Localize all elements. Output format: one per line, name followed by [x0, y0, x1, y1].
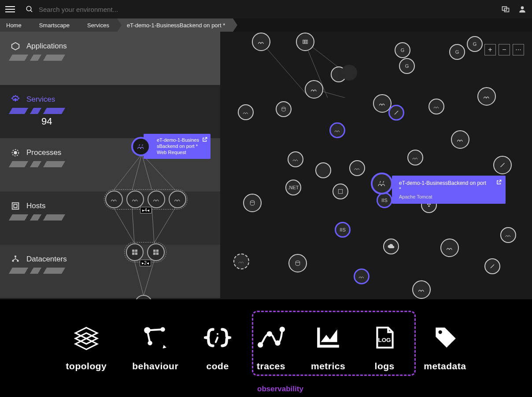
node-tooltip: eT-demo-1-BusinessBackend on port * Apac…: [392, 176, 506, 204]
svg-rect-77: [338, 189, 342, 193]
breadcrumb-smartscape[interactable]: Smartscape: [30, 18, 78, 32]
svg-rect-28: [153, 250, 155, 252]
graph-node[interactable]: [388, 105, 404, 121]
selected-service-chip[interactable]: eT-demo-1-Busines sBackend on port * Web…: [131, 134, 211, 159]
zoom-out-button[interactable]: −: [499, 44, 510, 55]
graph-node[interactable]: [383, 239, 399, 254]
host-node[interactable]: [126, 243, 144, 261]
code-icon: [204, 325, 231, 350]
graph-node[interactable]: [243, 194, 262, 212]
services-count: 94: [41, 116, 63, 127]
hosts-group[interactable]: ▸2◂: [124, 242, 166, 262]
svg-point-0: [26, 6, 31, 11]
layer-stripe: [9, 161, 65, 167]
observability-label: observability: [257, 385, 303, 393]
breadcrumb-current: eT-demo-1-BusinessBackend on port *: [117, 18, 233, 32]
process-group[interactable]: ▸4◂: [104, 189, 188, 210]
menu-hamburger[interactable]: [5, 4, 15, 14]
process-node[interactable]: [105, 191, 123, 208]
chip-line2: sBackend on port *: [157, 143, 199, 150]
graph-node[interactable]: [305, 80, 323, 99]
layer-datacenters[interactable]: Datacenters: [0, 245, 220, 298]
graph-node-net[interactable]: .NET: [285, 180, 301, 195]
user-icon[interactable]: [518, 5, 527, 14]
chip-line1: eT-demo-1-Busines: [157, 137, 199, 143]
graph-node-iis[interactable]: IIS: [335, 222, 351, 238]
tooltip-title: eT-demo-1-BusinessBackend on port *: [399, 180, 489, 192]
breadcrumb-services[interactable]: Services: [78, 18, 117, 32]
breadcrumb-home[interactable]: Home: [0, 18, 30, 32]
graph-node[interactable]: [440, 239, 459, 257]
bottom-item-behaviour[interactable]: behaviour: [132, 325, 178, 371]
chip-line3: Web Request: [157, 150, 199, 156]
process-node[interactable]: [148, 191, 165, 208]
svg-line-35: [260, 40, 337, 98]
service-node-icon: [131, 137, 151, 156]
svg-rect-11: [15, 256, 16, 257]
graph-node-g[interactable]: G: [449, 44, 465, 60]
bottom-item-metadata[interactable]: metadata: [424, 325, 466, 371]
svg-rect-75: [307, 40, 308, 44]
graph-node[interactable]: [276, 101, 292, 117]
topology-icon: [73, 325, 100, 350]
process-node[interactable]: [126, 191, 144, 208]
tooltip-subtitle: Apache Tomcat: [399, 194, 489, 199]
services-icon: [11, 95, 20, 104]
search-icon: [26, 5, 33, 13]
topology-graph[interactable]: IIS IIS .NET G G G G eT-demo-1-BusinessB…: [220, 32, 532, 299]
svg-rect-13: [17, 260, 19, 262]
svg-rect-26: [132, 253, 134, 255]
graph-node-g[interactable]: G: [467, 36, 483, 52]
graph-node[interactable]: [296, 33, 314, 51]
process-node[interactable]: [169, 191, 186, 208]
graph-node-g[interactable]: G: [395, 42, 410, 58]
layer-applications[interactable]: Applications: [0, 32, 220, 85]
graph-node-iis[interactable]: IIS: [377, 192, 392, 208]
graph-node[interactable]: [233, 254, 249, 269]
graph-node[interactable]: [252, 33, 270, 51]
layer-stripe: [9, 108, 65, 114]
selected-graph-node[interactable]: [371, 173, 393, 195]
graph-node[interactable]: [288, 151, 303, 167]
bottom-label: code: [207, 361, 229, 371]
graph-node[interactable]: [477, 87, 496, 106]
graph-node[interactable]: [329, 122, 345, 138]
svg-marker-5: [12, 43, 19, 50]
graph-more-button[interactable]: ···: [513, 44, 524, 55]
graph-node[interactable]: [332, 184, 348, 199]
hosts-label: Hosts: [26, 202, 45, 210]
hosts-count-badge: ▸2◂: [140, 260, 151, 266]
graph-node[interactable]: [412, 280, 431, 299]
svg-rect-74: [305, 40, 306, 44]
graph-node[interactable]: [354, 268, 369, 284]
svg-point-4: [521, 6, 524, 9]
graph-node-g[interactable]: G: [399, 58, 415, 74]
graph-node[interactable]: [429, 99, 444, 114]
open-external-icon[interactable]: [496, 179, 502, 185]
zoom-in-button[interactable]: +: [484, 44, 496, 55]
graph-node[interactable]: [500, 227, 516, 243]
graph-node[interactable]: [349, 160, 365, 176]
open-external-icon[interactable]: [202, 136, 208, 143]
bottom-label: behaviour: [132, 361, 178, 371]
search-input[interactable]: [39, 6, 501, 13]
graph-node[interactable]: [451, 130, 469, 149]
graph-node[interactable]: [341, 65, 357, 81]
applications-icon: [11, 41, 20, 51]
layer-services[interactable]: Services 94: [0, 85, 220, 138]
graph-node[interactable]: [288, 254, 307, 272]
bottom-item-code[interactable]: code: [204, 325, 231, 371]
svg-rect-9: [12, 203, 19, 210]
host-node[interactable]: [147, 243, 165, 261]
graph-node[interactable]: [315, 162, 331, 178]
graph-node[interactable]: [407, 150, 423, 165]
graph-node[interactable]: [493, 156, 512, 174]
svg-rect-24: [132, 250, 134, 252]
bottom-item-topology[interactable]: topology: [66, 325, 107, 371]
processes-icon: [11, 148, 20, 158]
svg-point-80: [428, 206, 430, 207]
graph-node[interactable]: [238, 104, 254, 120]
svg-point-95: [439, 330, 442, 334]
graph-node[interactable]: [484, 258, 500, 274]
dashboard-icon[interactable]: [501, 5, 510, 14]
